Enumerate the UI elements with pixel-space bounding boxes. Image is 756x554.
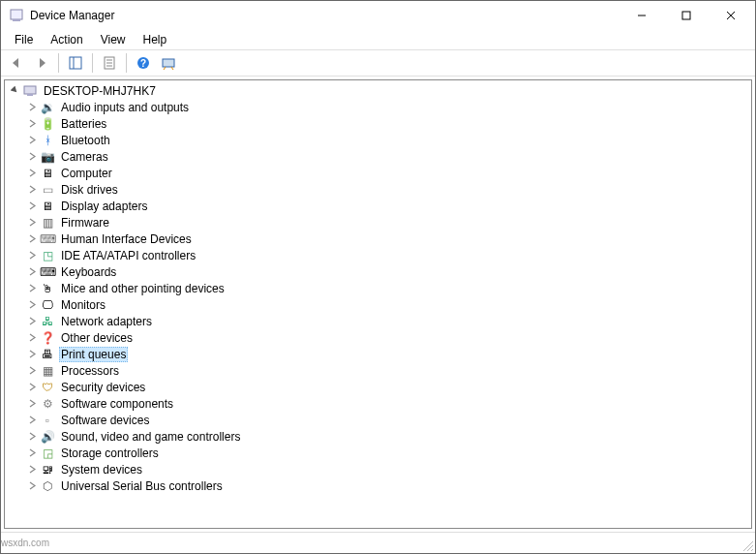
- category-label: Universal Serial Bus controllers: [59, 479, 225, 493]
- category-label: Software devices: [59, 414, 151, 427]
- category-label: Other devices: [59, 331, 135, 345]
- tree-item[interactable]: 🖵Monitors: [5, 296, 751, 313]
- tree-item[interactable]: 🖧Network adapters: [5, 313, 751, 329]
- toolbar-separator: [92, 53, 93, 73]
- maximize-button[interactable]: [664, 1, 709, 30]
- tree-item[interactable]: 🖥Computer: [5, 165, 751, 181]
- category-label: Human Interface Devices: [59, 232, 194, 246]
- device-tree: DESKTOP-MHJ7HK7 🔉Audio inputs and output…: [5, 80, 751, 496]
- expand-icon[interactable]: [26, 250, 38, 262]
- expand-icon[interactable]: [26, 217, 38, 229]
- expand-icon[interactable]: [26, 233, 38, 245]
- expand-icon[interactable]: [26, 415, 38, 426]
- category-icon: ⌨: [40, 231, 55, 247]
- tree-item[interactable]: ◲Storage controllers: [5, 445, 751, 461]
- forward-button[interactable]: [30, 51, 53, 75]
- svg-rect-3: [682, 12, 690, 19]
- category-icon: 🔋: [40, 116, 55, 132]
- help-button[interactable]: ?: [132, 51, 155, 75]
- tree-item[interactable]: ❓Other devices: [5, 329, 751, 346]
- back-button[interactable]: [5, 51, 28, 75]
- expand-icon[interactable]: [26, 382, 38, 393]
- svg-rect-14: [163, 59, 174, 67]
- tree-item[interactable]: ◳IDE ATA/ATAPI controllers: [5, 247, 751, 263]
- watermark: wsxdn.com: [1, 538, 49, 548]
- expand-icon[interactable]: [26, 283, 38, 294]
- category-icon: ⌨: [40, 264, 55, 280]
- tree-item[interactable]: 🔋Batteries: [5, 115, 751, 132]
- show-hide-tree-button[interactable]: [64, 51, 87, 75]
- svg-rect-15: [24, 86, 36, 94]
- category-icon: 🖵: [40, 297, 55, 313]
- category-label: Firmware: [59, 216, 111, 230]
- tree-item[interactable]: ᚼBluetooth: [5, 132, 751, 148]
- category-label: IDE ATA/ATAPI controllers: [59, 249, 197, 262]
- expand-icon[interactable]: [26, 431, 38, 443]
- svg-rect-1: [13, 19, 20, 21]
- tree-item[interactable]: 🖥Display adapters: [5, 198, 751, 214]
- category-label: Bluetooth: [59, 134, 112, 147]
- tree-item[interactable]: 📷Cameras: [5, 148, 751, 165]
- category-label: Cameras: [59, 150, 110, 164]
- category-icon: ▥: [40, 215, 55, 231]
- resize-grip-icon[interactable]: [738, 533, 755, 553]
- expand-icon[interactable]: [26, 168, 38, 179]
- category-icon: 🖥: [40, 166, 55, 181]
- tree-item[interactable]: ⬡Universal Serial Bus controllers: [5, 477, 751, 494]
- category-label: System devices: [59, 463, 144, 477]
- expand-icon[interactable]: [26, 135, 38, 146]
- category-label: Security devices: [59, 381, 147, 394]
- expand-icon[interactable]: [26, 332, 38, 344]
- category-icon: ❓: [40, 330, 55, 346]
- toolbar: ?: [1, 49, 755, 77]
- category-icon: 🖶: [40, 347, 55, 362]
- tree-item[interactable]: ▦Processors: [5, 362, 751, 379]
- category-icon: 🖧: [40, 314, 55, 329]
- menu-help[interactable]: Help: [136, 32, 175, 47]
- menu-view[interactable]: View: [93, 32, 134, 47]
- expand-icon[interactable]: [26, 184, 38, 196]
- tree-item[interactable]: ▫Software devices: [5, 412, 751, 428]
- expand-icon[interactable]: [26, 316, 38, 327]
- menu-file[interactable]: File: [7, 32, 41, 47]
- expand-icon[interactable]: [26, 349, 38, 360]
- tree-item[interactable]: ⚙Software components: [5, 395, 751, 412]
- menu-action[interactable]: Action: [43, 32, 90, 47]
- expand-icon[interactable]: [26, 365, 38, 377]
- category-icon: 📷: [40, 149, 55, 165]
- expand-icon[interactable]: [26, 200, 38, 212]
- expand-icon[interactable]: [26, 464, 38, 476]
- tree-item[interactable]: 🖱Mice and other pointing devices: [5, 280, 751, 296]
- expand-icon[interactable]: [26, 118, 38, 130]
- scan-hardware-button[interactable]: [157, 51, 180, 75]
- toolbar-separator: [58, 53, 59, 73]
- tree-item[interactable]: ⌨Human Interface Devices: [5, 231, 751, 247]
- expand-icon[interactable]: [26, 266, 38, 278]
- computer-icon: [22, 83, 38, 99]
- collapse-icon[interactable]: [9, 85, 20, 97]
- tree-item[interactable]: 🖶Print queues: [5, 346, 751, 362]
- category-label: Keyboards: [59, 265, 118, 279]
- minimize-button[interactable]: [620, 1, 664, 30]
- tree-item[interactable]: ▥Firmware: [5, 214, 751, 231]
- close-button[interactable]: [709, 1, 753, 30]
- tree-item[interactable]: ⌨Keyboards: [5, 263, 751, 280]
- device-tree-panel[interactable]: DESKTOP-MHJ7HK7 🔉Audio inputs and output…: [4, 79, 752, 529]
- category-label: Computer: [59, 167, 114, 180]
- tree-item[interactable]: 🛡Security devices: [5, 379, 751, 395]
- expand-icon[interactable]: [26, 447, 38, 459]
- tree-item[interactable]: 🔉Audio inputs and outputs: [5, 99, 751, 115]
- tree-item[interactable]: 🔊Sound, video and game controllers: [5, 428, 751, 445]
- category-label: Display adapters: [59, 200, 149, 213]
- tree-item[interactable]: 🖳System devices: [5, 461, 751, 477]
- root-label: DESKTOP-MHJ7HK7: [42, 84, 158, 98]
- expand-icon[interactable]: [26, 102, 38, 113]
- expand-icon[interactable]: [26, 480, 38, 492]
- tree-root[interactable]: DESKTOP-MHJ7HK7: [5, 82, 751, 99]
- statusbar: wsxdn.com: [1, 532, 755, 553]
- properties-button[interactable]: [98, 51, 121, 75]
- expand-icon[interactable]: [26, 398, 38, 410]
- tree-item[interactable]: ▭Disk drives: [5, 181, 751, 198]
- expand-icon[interactable]: [26, 299, 38, 311]
- expand-icon[interactable]: [26, 151, 38, 163]
